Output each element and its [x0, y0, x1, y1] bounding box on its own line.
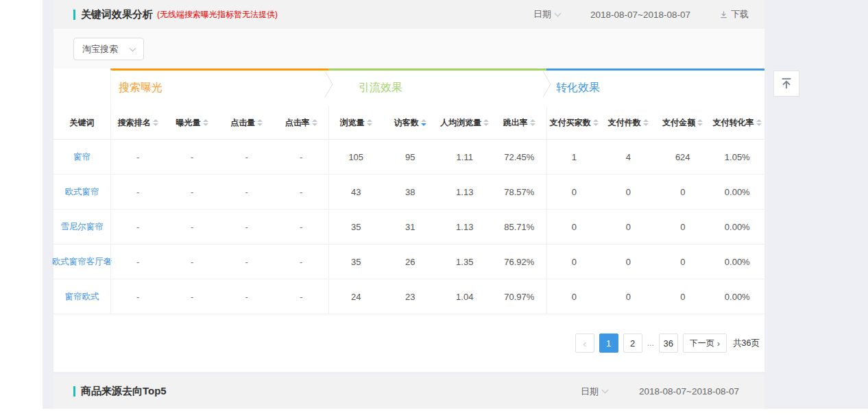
table-cell: - — [274, 279, 329, 314]
column-header-4[interactable]: 点击率 — [274, 106, 329, 139]
date-filter-label: 日期 — [533, 8, 551, 21]
column-header-label: 浏览量 — [340, 117, 365, 129]
table-cell: 78.57% — [492, 175, 547, 209]
table-cell: - — [274, 210, 329, 244]
sort-icon[interactable] — [697, 119, 703, 126]
table-cell: 0 — [655, 175, 710, 209]
page-button-36[interactable]: 36 — [659, 334, 678, 353]
keyword-panel-title: 关键词效果分析 — [81, 8, 153, 21]
table-row: 窗帘欧式----24231.0470.97%0000.00% — [53, 279, 764, 314]
table-body: 窗帘----105951.1172.45%146241.05%欧式窗帘----4… — [53, 140, 764, 314]
search-channel-select[interactable]: 淘宝搜索 — [73, 38, 144, 60]
keyword-link[interactable]: 欧式窗帘 — [65, 186, 99, 198]
table-cell: 24 — [328, 279, 383, 314]
page-button-2[interactable]: 2 — [623, 334, 642, 353]
table-cell: 0 — [601, 279, 656, 314]
column-header-label: 曝光量 — [176, 117, 201, 129]
table-cell: 4 — [601, 140, 656, 174]
keyword-cell: 雪尼尔窗帘 — [53, 210, 110, 244]
table-cell: 72.45% — [492, 140, 547, 174]
table-cell: 1.11 — [437, 140, 492, 174]
sort-icon[interactable] — [367, 119, 372, 126]
date-filter-dropdown[interactable]: 日期 — [581, 386, 607, 398]
table-cell: - — [219, 279, 274, 314]
sort-icon[interactable] — [593, 119, 599, 126]
keyword-link[interactable]: 窗帘 — [73, 151, 91, 163]
pagination-total: 共36页 — [733, 338, 760, 349]
column-header-2[interactable]: 曝光量 — [165, 106, 220, 139]
sort-icon[interactable] — [756, 119, 762, 126]
table-cell: 76.92% — [492, 244, 547, 279]
sort-icon[interactable] — [257, 119, 263, 126]
filter-row: 淘宝搜索 — [53, 29, 764, 68]
date-range-value: 2018-08-07~2018-08-07 — [590, 10, 690, 20]
next-page-label: 下一页 — [690, 338, 714, 349]
table-group-header-row: 搜索曝光 引流效果 转化效果 — [53, 68, 764, 106]
table-cell: 105 — [328, 140, 383, 174]
chevron-down-icon — [130, 45, 136, 52]
table-cell: - — [110, 210, 165, 244]
table-row: 欧式窗帘客厅奢----35261.3576.92%0000.00% — [53, 244, 764, 279]
table-cell: 0 — [655, 244, 710, 279]
table-cell: - — [110, 279, 165, 314]
keyword-link[interactable]: 窗帘欧式 — [65, 291, 99, 303]
column-header-8[interactable]: 跳出率 — [492, 106, 547, 139]
sort-icon[interactable] — [643, 119, 649, 126]
table-cell: - — [110, 244, 165, 279]
column-header-label: 访客数 — [394, 117, 419, 129]
download-label: 下载 — [731, 8, 749, 21]
download-button[interactable]: 下载 — [719, 8, 749, 21]
table-cell: 1.35 — [437, 244, 492, 279]
column-header-9[interactable]: 支付买家数 — [546, 106, 601, 139]
keyword-panel-header: 关键词效果分析 (无线端搜索曝光指标暂无法提供) 日期 2018-08-07~2… — [53, 0, 764, 29]
next-page-button[interactable]: 下一页 › — [683, 334, 727, 353]
table-cell: 0 — [546, 175, 601, 209]
table-cell: 26 — [383, 244, 438, 279]
column-header-label: 人均浏览量 — [440, 117, 481, 129]
table-cell: - — [219, 140, 274, 174]
sort-icon[interactable] — [153, 119, 158, 126]
table-cell: 0 — [546, 210, 601, 244]
date-range-value: 2018-08-07~2018-08-07 — [639, 386, 739, 397]
column-header-11[interactable]: 支付金额 — [655, 106, 710, 139]
back-to-top-button[interactable] — [773, 71, 799, 97]
table-cell: - — [274, 175, 329, 209]
chevron-down-icon — [555, 10, 562, 16]
table-cell: 95 — [383, 140, 438, 174]
table-cell: 0 — [655, 210, 710, 244]
table-row: 欧式窗帘----43381.1378.57%0000.00% — [53, 175, 764, 210]
sort-icon[interactable] — [483, 119, 489, 126]
column-header-3[interactable]: 点击量 — [219, 106, 274, 139]
column-header-label: 搜索排名 — [118, 117, 151, 129]
prev-page-button[interactable]: ‹ — [575, 334, 594, 353]
column-header-1[interactable]: 搜索排名 — [110, 106, 165, 139]
column-header-5[interactable]: 浏览量 — [328, 106, 383, 139]
page-button-1[interactable]: 1 — [599, 334, 618, 353]
table-cell: - — [110, 140, 165, 174]
table-cell: 0 — [546, 244, 601, 279]
table-cell: 1.13 — [437, 175, 492, 209]
keyword-link[interactable]: 欧式窗帘客厅奢 — [52, 256, 112, 268]
sort-icon[interactable] — [312, 119, 317, 126]
table-cell: - — [274, 244, 329, 279]
download-icon — [719, 10, 728, 19]
table-cell: - — [219, 244, 274, 279]
keyword-link[interactable]: 雪尼尔窗帘 — [60, 221, 104, 233]
table-cell: 85.71% — [492, 210, 547, 244]
sort-icon[interactable] — [530, 119, 535, 126]
column-header-row: 关键词搜索排名曝光量点击量点击率浏览量访客数人均浏览量跳出率支付买家数支付件数支… — [53, 106, 764, 140]
table-cell: 1.04 — [437, 279, 492, 314]
title-accent-bar — [73, 10, 75, 20]
sort-icon[interactable] — [421, 119, 426, 126]
keyword-cell: 欧式窗帘 — [53, 175, 110, 209]
column-header-6[interactable]: 访客数 — [383, 106, 438, 139]
keyword-cell: 欧式窗帘客厅奢 — [53, 244, 110, 279]
column-header-12[interactable]: 支付转化率 — [710, 106, 765, 139]
search-channel-value: 淘宝搜索 — [82, 43, 118, 55]
column-header-7[interactable]: 人均浏览量 — [437, 106, 492, 139]
title-accent-bar — [73, 386, 75, 397]
date-filter-dropdown[interactable]: 日期 — [533, 8, 560, 21]
table-cell: - — [165, 140, 220, 174]
sort-icon[interactable] — [203, 119, 208, 126]
column-header-10[interactable]: 支付件数 — [601, 106, 656, 139]
